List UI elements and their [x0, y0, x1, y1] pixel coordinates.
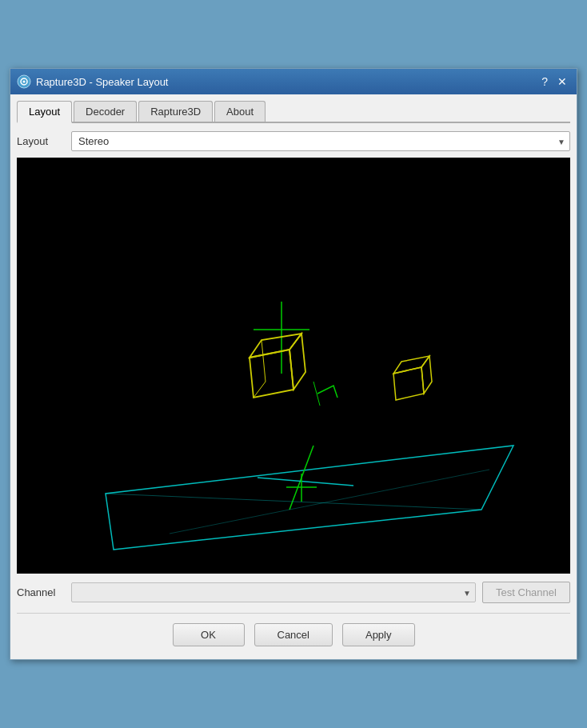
3d-viewport — [17, 158, 570, 574]
apply-button[interactable]: Apply — [342, 623, 415, 646]
speaker-layout-svg — [17, 158, 570, 574]
close-button[interactable]: ✕ — [554, 76, 570, 87]
layout-label: Layout — [17, 135, 65, 147]
help-button[interactable]: ? — [538, 76, 551, 87]
svg-rect-3 — [18, 158, 569, 574]
tab-layout[interactable]: Layout — [17, 101, 72, 123]
main-window: Rapture3D - Speaker Layout ? ✕ Layout De… — [10, 68, 577, 660]
button-row: OK Cancel Apply — [17, 613, 570, 653]
test-channel-button[interactable]: Test Channel — [482, 582, 570, 603]
window-title: Rapture3D - Speaker Layout — [36, 76, 168, 88]
channel-row: Channel ▼ Test Channel — [17, 582, 570, 603]
title-bar: Rapture3D - Speaker Layout ? ✕ — [10, 69, 577, 94]
tab-rapture3d[interactable]: Rapture3D — [138, 101, 213, 122]
title-bar-left: Rapture3D - Speaker Layout — [17, 74, 168, 89]
cancel-button[interactable]: Cancel — [254, 623, 333, 646]
ok-button[interactable]: OK — [173, 623, 245, 646]
tab-bar: Layout Decoder Rapture3D About — [17, 101, 570, 123]
channel-dropdown-wrapper: ▼ — [71, 582, 476, 602]
layout-dropdown-wrapper: Stereo 5.1 7.1 Mono Binaural ▼ — [71, 131, 570, 151]
app-icon — [17, 74, 31, 89]
window-content: Layout Decoder Rapture3D About Layout St… — [10, 94, 577, 659]
layout-dropdown[interactable]: Stereo 5.1 7.1 Mono Binaural — [71, 131, 570, 151]
channel-label: Channel — [17, 586, 65, 598]
title-bar-controls: ? ✕ — [538, 76, 570, 87]
tab-decoder[interactable]: Decoder — [74, 101, 137, 122]
channel-dropdown[interactable] — [71, 582, 476, 602]
svg-point-2 — [23, 81, 26, 83]
tab-about[interactable]: About — [214, 101, 266, 122]
layout-row: Layout Stereo 5.1 7.1 Mono Binaural ▼ — [17, 131, 570, 151]
